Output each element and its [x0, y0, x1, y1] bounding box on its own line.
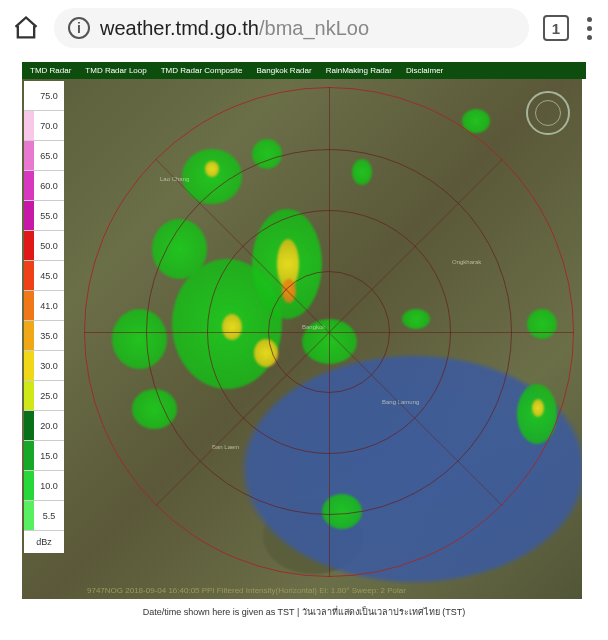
nav-link[interactable]: TMD Radar [30, 66, 71, 75]
nav-link[interactable]: Bangkok Radar [257, 66, 312, 75]
nav-link[interactable]: RainMaking Radar [326, 66, 392, 75]
home-icon[interactable] [12, 14, 40, 42]
radar-image: 75.0 70.0 65.0 60.0 55.0 50.0 45.0 41.0 … [22, 79, 582, 599]
radar-rings [84, 87, 574, 577]
tab-count-button[interactable]: 1 [543, 15, 569, 41]
nav-link[interactable]: TMD Radar Composite [161, 66, 243, 75]
url-path: /bma_nkLoo [259, 17, 369, 39]
url-host: weather.tmd.go.th [100, 17, 259, 39]
tmd-seal-icon [526, 91, 570, 135]
overflow-menu-icon[interactable] [583, 13, 596, 44]
page-content: TMD Radar TMD Radar Loop TMD Radar Compo… [0, 56, 608, 625]
nav-link[interactable]: Disclaimer [406, 66, 443, 75]
site-info-icon[interactable]: i [68, 17, 90, 39]
nav-link[interactable]: TMD Radar Loop [85, 66, 146, 75]
site-nav: TMD Radar TMD Radar Loop TMD Radar Compo… [22, 62, 586, 79]
url-text: weather.tmd.go.th/bma_nkLoo [100, 17, 369, 40]
legend-unit: dBz [24, 531, 64, 553]
footer-note: Date/time shown here is given as TST | ว… [22, 599, 586, 625]
radar-legend: 75.0 70.0 65.0 60.0 55.0 50.0 45.0 41.0 … [24, 81, 64, 553]
radar-caption: 9747NOG 2018-09-04 16:40:05 PPI Filtered… [87, 586, 406, 595]
url-bar[interactable]: i weather.tmd.go.th/bma_nkLoo [54, 8, 529, 48]
browser-toolbar: i weather.tmd.go.th/bma_nkLoo 1 [0, 0, 608, 56]
